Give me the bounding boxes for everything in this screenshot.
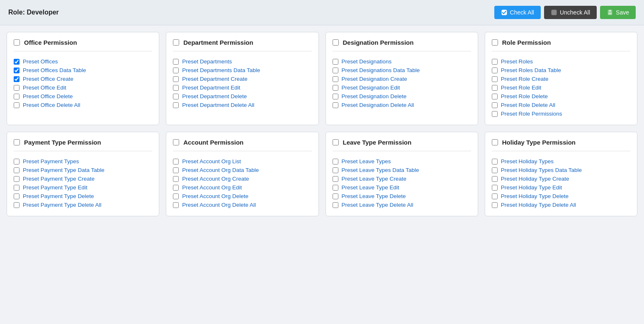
label-hol-4[interactable]: Preset Holiday Type Edit: [501, 184, 562, 191]
checkbox-hol-2[interactable]: [492, 167, 498, 173]
checkbox-role-3[interactable]: [492, 76, 498, 82]
label-leave-3[interactable]: Preset Leave Type Create: [342, 176, 407, 182]
label-role-4[interactable]: Preset Role Edit: [501, 85, 542, 91]
label-dept-2[interactable]: Preset Departments Data Table: [182, 67, 260, 73]
label-acc-1[interactable]: Preset Account Org List: [182, 158, 241, 164]
label-office-1[interactable]: Preset Offices: [23, 58, 58, 65]
checkbox-role-5[interactable]: [492, 94, 498, 99]
checkbox-header-department[interactable]: [173, 39, 179, 46]
checkbox-pay-3[interactable]: [14, 176, 19, 182]
label-hol-1[interactable]: Preset Holiday Types: [501, 158, 554, 164]
label-office-6[interactable]: Preset Office Delete All: [23, 102, 80, 108]
checkbox-header-designation[interactable]: [333, 39, 339, 46]
label-leave-1[interactable]: Preset Leave Types: [342, 158, 391, 164]
label-role-6[interactable]: Preset Role Delete All: [501, 102, 555, 108]
checkbox-acc-1[interactable]: [173, 159, 179, 164]
checkbox-header-holiday-type[interactable]: [492, 139, 498, 145]
label-acc-4[interactable]: Preset Account Org Edit: [182, 184, 242, 191]
label-leave-5[interactable]: Preset Leave Type Delete: [342, 193, 406, 199]
label-acc-2[interactable]: Preset Account Org Data Table: [182, 167, 259, 173]
label-role-5[interactable]: Preset Role Delete: [501, 93, 548, 99]
label-desig-3[interactable]: Preset Designation Create: [342, 76, 407, 82]
label-hol-6[interactable]: Preset Holiday Type Delete All: [501, 202, 576, 208]
checkbox-dept-1[interactable]: [173, 59, 179, 65]
label-desig-5[interactable]: Preset Designation Delete: [342, 93, 407, 99]
checkbox-office-2[interactable]: [14, 68, 19, 73]
checkbox-office-5[interactable]: [14, 94, 19, 99]
label-pay-2[interactable]: Preset Payment Type Data Table: [23, 167, 104, 173]
checkbox-acc-4[interactable]: [173, 185, 179, 191]
checkbox-leave-5[interactable]: [333, 193, 338, 199]
save-button[interactable]: Save: [600, 6, 636, 19]
label-acc-5[interactable]: Preset Account Org Delete: [182, 193, 248, 199]
label-hol-5[interactable]: Preset Holiday Type Delete: [501, 193, 569, 199]
checkbox-hol-5[interactable]: [492, 193, 498, 199]
checkbox-desig-3[interactable]: [333, 76, 338, 82]
checkbox-dept-6[interactable]: [173, 102, 179, 108]
checkbox-dept-3[interactable]: [173, 76, 179, 82]
checkbox-acc-3[interactable]: [173, 176, 179, 182]
checkbox-dept-2[interactable]: [173, 68, 179, 73]
label-acc-3[interactable]: Preset Account Org Create: [182, 176, 249, 182]
checkbox-header-leave-type[interactable]: [333, 139, 339, 145]
label-dept-6[interactable]: Preset Department Delete All: [182, 102, 254, 108]
checkbox-header-office[interactable]: [14, 39, 20, 46]
checkbox-dept-4[interactable]: [173, 85, 179, 91]
label-leave-2[interactable]: Preset Leave Types Data Table: [342, 167, 419, 173]
checkbox-pay-2[interactable]: [14, 167, 19, 173]
checkbox-desig-2[interactable]: [333, 68, 338, 73]
checkbox-leave-6[interactable]: [333, 202, 338, 208]
checkbox-office-1[interactable]: [14, 59, 19, 65]
label-desig-4[interactable]: Preset Designation Edit: [342, 85, 400, 91]
check-all-button[interactable]: Check All: [494, 6, 541, 19]
checkbox-pay-4[interactable]: [14, 185, 19, 191]
label-role-1[interactable]: Preset Roles: [501, 58, 533, 65]
checkbox-leave-2[interactable]: [333, 167, 338, 173]
label-role-2[interactable]: Preset Roles Data Table: [501, 67, 561, 73]
label-dept-4[interactable]: Preset Department Edit: [182, 85, 240, 91]
label-desig-1[interactable]: Preset Designations: [342, 58, 392, 65]
checkbox-header-account[interactable]: [173, 139, 179, 145]
checkbox-acc-5[interactable]: [173, 193, 179, 199]
checkbox-acc-2[interactable]: [173, 167, 179, 173]
checkbox-acc-6[interactable]: [173, 202, 179, 208]
label-dept-5[interactable]: Preset Department Delete: [182, 93, 247, 99]
checkbox-office-6[interactable]: [14, 102, 19, 108]
checkbox-role-4[interactable]: [492, 85, 498, 91]
checkbox-desig-1[interactable]: [333, 59, 338, 65]
checkbox-desig-6[interactable]: [333, 102, 338, 108]
checkbox-hol-6[interactable]: [492, 202, 498, 208]
checkbox-pay-6[interactable]: [14, 202, 19, 208]
label-role-3[interactable]: Preset Role Create: [501, 76, 549, 82]
checkbox-desig-5[interactable]: [333, 94, 338, 99]
checkbox-header-payment-type[interactable]: [14, 139, 20, 145]
checkbox-office-4[interactable]: [14, 85, 19, 91]
checkbox-role-2[interactable]: [492, 68, 498, 73]
label-hol-3[interactable]: Preset Holiday Type Create: [501, 176, 569, 182]
label-office-4[interactable]: Preset Office Edit: [23, 85, 66, 91]
checkbox-leave-3[interactable]: [333, 176, 338, 182]
uncheck-all-button[interactable]: Uncheck All: [544, 6, 597, 19]
checkbox-dept-5[interactable]: [173, 94, 179, 99]
checkbox-pay-5[interactable]: [14, 193, 19, 199]
label-acc-6[interactable]: Preset Account Org Delete All: [182, 202, 256, 208]
label-office-5[interactable]: Preset Office Delete: [23, 93, 73, 99]
label-role-7[interactable]: Preset Role Permissions: [501, 111, 562, 117]
checkbox-header-role[interactable]: [492, 39, 498, 46]
label-office-3[interactable]: Preset Office Create: [23, 76, 73, 82]
label-pay-5[interactable]: Preset Payment Type Delete: [23, 193, 94, 199]
label-leave-6[interactable]: Preset Leave Type Delete All: [342, 202, 413, 208]
checkbox-role-1[interactable]: [492, 59, 498, 65]
checkbox-hol-3[interactable]: [492, 176, 498, 182]
label-leave-4[interactable]: Preset Leave Type Edit: [342, 184, 399, 191]
label-pay-6[interactable]: Preset Payment Type Delete All: [23, 202, 102, 208]
checkbox-role-6[interactable]: [492, 102, 498, 108]
label-dept-3[interactable]: Preset Department Create: [182, 76, 248, 82]
checkbox-hol-4[interactable]: [492, 185, 498, 191]
label-office-2[interactable]: Preset Offices Data Table: [23, 67, 86, 73]
checkbox-leave-1[interactable]: [333, 159, 338, 164]
label-pay-3[interactable]: Preset Payment Type Create: [23, 176, 95, 182]
label-pay-1[interactable]: Preset Payment Types: [23, 158, 79, 164]
checkbox-leave-4[interactable]: [333, 185, 338, 191]
label-dept-1[interactable]: Preset Departments: [182, 58, 232, 65]
